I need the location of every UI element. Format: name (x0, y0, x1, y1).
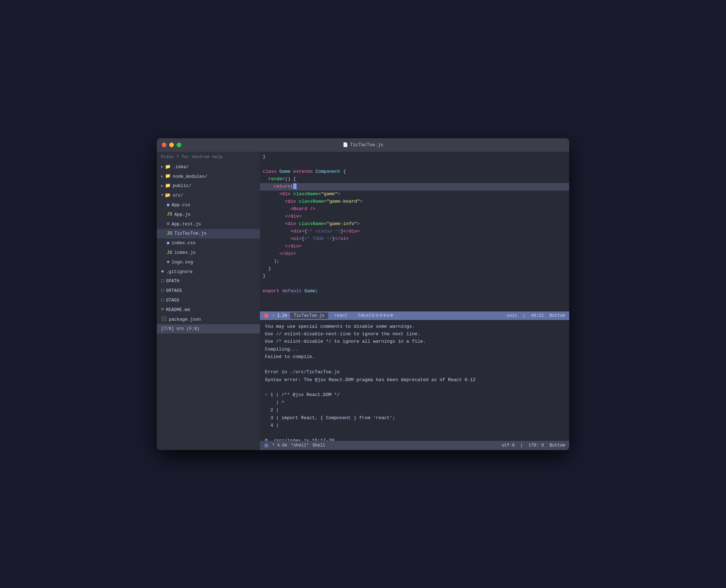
terminal-line: 3 | import React, { Component } from 're… (265, 414, 564, 422)
sidebar-item-readme[interactable]: ≡ README.md (157, 305, 260, 315)
terminal-line: You may use special comments to disable … (265, 323, 564, 330)
terminal-line: Syntax error: The @jsx React.DOM pragma … (265, 376, 564, 384)
terminal-line: @ ./src/index.js 15:17-39 (265, 437, 564, 440)
sidebar-item-label: .gitignore (166, 268, 193, 276)
js-file-icon: JS (167, 249, 172, 257)
code-content: } class Game extends Component { render(… (260, 152, 569, 311)
sidebar-item-gtags[interactable]: □ GTAGS (157, 296, 260, 305)
expand-arrow-icon: ▼ (161, 192, 164, 199)
sidebar-item-label: .idea/ (173, 164, 189, 171)
folder-icon: 📁 (165, 173, 171, 180)
collapse-arrow-icon: ▶ (161, 164, 164, 170)
titlebar: 📄 TicTacToe.js (157, 138, 569, 152)
sidebar-item-gpath[interactable]: □ GPATH (157, 277, 260, 286)
sidebar-item-label: GRTAGS (166, 287, 182, 294)
sidebar-item-tictactoe[interactable]: JS TicTacToe.js (157, 229, 260, 239)
editor-file-size: - 1.2k (272, 313, 287, 318)
file-icon: 📄 (343, 142, 348, 148)
sidebar-item-app-js[interactable]: JS App.js (157, 210, 260, 219)
editor-scroll: Bottom (550, 313, 565, 318)
close-button[interactable] (162, 143, 166, 147)
sidebar-item-label: index.js (175, 249, 196, 256)
code-line: </div> (260, 213, 569, 220)
sidebar-item-label: App.js (175, 211, 191, 218)
code-line: <Board /> (260, 205, 569, 213)
sidebar-item-label: App.test.js (172, 221, 201, 228)
sidebar-item-grtags[interactable]: □ GRTAGS (157, 286, 260, 296)
code-line: <ol>{/* TODO */}</ol> (260, 235, 569, 243)
code-line: } (260, 273, 569, 280)
bottom-status-bar: * 4.6k *shell* Shell utf-8 | 170: 0 Bott… (260, 441, 569, 450)
minimize-button[interactable] (169, 143, 174, 147)
terminal-line: 4 | (265, 422, 564, 429)
sidebar-item-label: node_modules/ (173, 173, 208, 180)
bottom-label: Shell (313, 443, 325, 448)
sidebar-item-label: README.md (166, 306, 190, 314)
code-line: <div className="game-info"> (260, 220, 569, 228)
sidebar-item-node-modules[interactable]: ▶ 📁 node_modules/ (157, 172, 260, 181)
sidebar-item-label: App.css (172, 202, 191, 209)
code-line: render() { (260, 176, 569, 183)
sidebar-item-label: logo.svg (172, 259, 193, 266)
status-indicator-icon (264, 314, 268, 318)
bottom-buffer-name: *shell* (291, 443, 309, 448)
code-editor[interactable]: } class Game extends Component { render(… (260, 152, 569, 311)
file-icon: □ (161, 278, 164, 285)
sidebar-item-src[interactable]: ▼ 📂 src/ (157, 191, 260, 201)
code-line: ); (260, 258, 569, 265)
status-dot-icon (264, 443, 268, 448)
editor-encoding: unix (507, 313, 517, 318)
sidebar-item-index-css[interactable]: ◼ index.css (157, 239, 260, 248)
package-file-icon: ⬛ (161, 316, 167, 323)
js-file-icon: JS (167, 230, 172, 237)
bottom-scroll: Bottom (550, 443, 565, 448)
terminal-line: 2 | (265, 406, 564, 414)
sidebar-item-label: TicTacToe.js (175, 230, 207, 237)
sidebar-item-package-json[interactable]: ⬛ package.json (157, 315, 260, 324)
code-line-highlighted: return( (260, 183, 569, 191)
terminal-line: > 1 | /** @jsx React.DOM */ (265, 391, 564, 399)
editor-area: } class Game extends Component { render(… (260, 152, 569, 450)
sidebar-item-label: GPATH (166, 278, 180, 285)
window-title: 📄 TicTacToe.js (343, 142, 384, 148)
terminal-line: Use // eslint-disable-next-line to ignor… (265, 330, 564, 338)
collapse-arrow-icon: ▶ (161, 173, 164, 180)
editor-right-info: unix | 46:11 Bottom (507, 313, 565, 318)
file-icon: □ (161, 287, 164, 295)
sidebar-item-idea[interactable]: ▶ 📁 .idea/ (157, 162, 260, 172)
main-window: 📄 TicTacToe.js Press ? for neotree help … (157, 138, 569, 450)
sidebar-item-logo-svg[interactable]: ◈ logo.svg (157, 257, 260, 267)
code-line (260, 280, 569, 288)
sidebar-item-app-css[interactable]: ◼ App.css (157, 201, 260, 210)
test-file-icon: ⚙ (167, 220, 170, 228)
code-line: </div> (260, 250, 569, 258)
editor-tab-react[interactable]: react (331, 312, 351, 319)
code-line (260, 161, 569, 168)
sidebar-item-app-test[interactable]: ⚙ App.test.js (157, 219, 260, 229)
sidebar-help-text: Press ? for neotree help (157, 152, 260, 162)
sidebar-item-label: src/ (173, 192, 183, 199)
terminal-line: Error in ./src/TicTacToe.js (265, 368, 564, 376)
code-line: class Game extends Component { (260, 168, 569, 176)
editor-status-bar: - 1.2k TicTacToe.js react ⑦AceI⑤⑤⑨⑥e⑧ un… (260, 311, 569, 320)
terminal-panel[interactable]: You may use special comments to disable … (260, 320, 569, 441)
code-line: export default Game; (260, 288, 569, 295)
sidebar-item-label: public/ (173, 182, 192, 189)
readme-file-icon: ≡ (161, 306, 164, 314)
editor-tab-tictactoe[interactable]: TicTacToe.js (290, 312, 328, 319)
sidebar-item-label: index.css (172, 240, 196, 247)
editor-position: 46:11 (531, 313, 544, 318)
code-line: <div className="game-board"> (260, 198, 569, 205)
sidebar-item-gitignore[interactable]: ◆ .gitignore (157, 267, 260, 277)
bottom-right-info: utf-8 | 170: 0 Bottom (502, 443, 565, 448)
code-line: </div> (260, 243, 569, 250)
sidebar-item-public[interactable]: ▶ 📁 public/ (157, 181, 260, 191)
sidebar-item-index-js[interactable]: JS index.js (157, 248, 260, 258)
code-line: ~ (260, 303, 569, 310)
terminal-line (265, 429, 564, 437)
maximize-button[interactable] (177, 143, 181, 147)
code-line: ~ (260, 295, 569, 303)
bottom-position: 170: 0 (529, 443, 544, 448)
code-line: <div>{/* status */}</div> (260, 228, 569, 235)
collapse-arrow-icon: ▶ (161, 183, 164, 189)
